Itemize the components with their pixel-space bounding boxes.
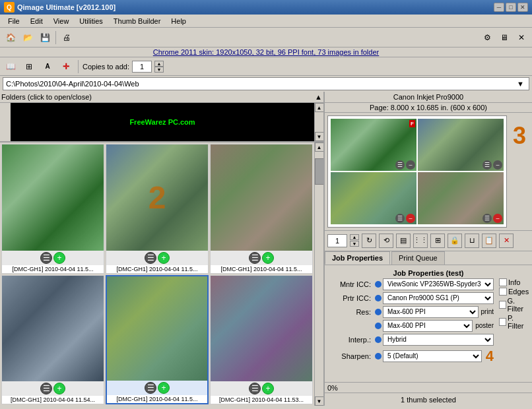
folders-header: Folders (click to open/close) ▲ <box>0 92 323 103</box>
paste-button[interactable]: 📋 <box>482 234 496 248</box>
tab-job-properties[interactable]: Job Properties <box>325 251 390 265</box>
thumb-menu-button[interactable]: ☰ <box>145 382 156 394</box>
preview-badge: ☰ – <box>395 160 415 170</box>
page-down-button[interactable]: ▼ <box>350 241 359 247</box>
flip-button[interactable]: ⟲ <box>379 234 393 248</box>
thumb-add-button[interactable]: + <box>158 252 170 264</box>
main-layout: Folders (click to open/close) ▲ FreeWare… <box>0 92 532 406</box>
table-row[interactable]: ☰ + [DMC-GH1] 2010-04-04 11.53... <box>210 275 313 405</box>
preview-thumb[interactable]: F ☰ – <box>331 119 416 171</box>
delete-button[interactable]: ✕ <box>499 234 514 248</box>
maximize-button[interactable]: □ <box>506 3 516 12</box>
thumb-add-button[interactable]: + <box>158 382 170 394</box>
display-button[interactable]: 🖥 <box>496 30 512 45</box>
page-up-button[interactable]: ▲ <box>350 234 359 240</box>
thumb-menu-button[interactable]: ☰ <box>145 252 156 264</box>
preview-thumb[interactable]: ☰ – <box>418 119 504 171</box>
home-button[interactable]: 🏠 <box>3 30 18 45</box>
gfilter-checkbox[interactable] <box>499 301 506 309</box>
folders-scroll-up[interactable]: ▲ <box>315 93 322 101</box>
thumb-label: [DMC-GH1] 2010-04-04 11.5... <box>107 395 207 403</box>
table-row[interactable]: ☰ + [DMC-GH1] 2010-04-04 11.54... <box>1 275 104 405</box>
info-checkbox[interactable] <box>499 278 507 286</box>
res-poster-select[interactable]: Max-600 PPI <box>383 320 473 332</box>
font-button[interactable]: A <box>40 59 55 74</box>
preview-menu-btn[interactable]: ☰ <box>395 214 405 223</box>
tab-print-queue[interactable]: Print Queue <box>391 251 445 265</box>
preview-thumb[interactable]: ☰ – <box>331 172 416 224</box>
refresh-button[interactable]: ↻ <box>362 234 376 248</box>
res-poster-indicator <box>375 323 382 329</box>
preview-close-btn[interactable]: – <box>493 160 502 170</box>
res-print-select[interactable]: Max-600 PPI <box>383 306 479 318</box>
thumb-menu-button[interactable]: ☰ <box>249 383 261 394</box>
grid-button[interactable]: ⊞ <box>21 59 37 74</box>
thumb-menu-button[interactable]: ☰ <box>40 383 52 394</box>
table-row[interactable]: ☰ + [DMC-GH1] 2010-04-04 11.5... <box>210 144 313 274</box>
thumb-controls: ☰ + <box>143 251 171 265</box>
copies-input[interactable]: 1 <box>132 61 152 73</box>
menu-file[interactable]: File <box>3 16 25 26</box>
save-button[interactable]: 💾 <box>37 30 53 45</box>
minimize-button[interactable]: ─ <box>494 3 504 12</box>
grid2-button[interactable]: ⊞ <box>430 234 445 248</box>
print-button[interactable]: 🖨 <box>59 30 75 45</box>
thumb-scroll-thumb[interactable] <box>315 158 324 185</box>
menu-help[interactable]: Help <box>166 16 191 26</box>
menu-utilities[interactable]: Utilities <box>74 16 108 26</box>
close-right-button[interactable]: ✕ <box>514 30 529 45</box>
path-text: C:\Photos\2010\04-April\2010-04-04\Web <box>6 80 517 88</box>
mntr-icc-row: Mntr ICC: ViewSonic VP2365WB-Spyder3 <box>327 278 494 290</box>
folder-open-button[interactable]: 📂 <box>20 30 36 45</box>
copies-up-button[interactable]: ▲ <box>154 61 164 67</box>
edges-checkbox[interactable] <box>499 288 507 296</box>
preview-menu-btn[interactable]: ☰ <box>395 160 405 170</box>
plus-button[interactable]: ✛ <box>58 59 74 74</box>
preview-badge: ☰ – <box>395 214 415 223</box>
copies-down-button[interactable]: ▼ <box>154 67 164 73</box>
sharpen-select[interactable]: 5 (Default) <box>383 350 482 362</box>
copies-label: Copies to add: <box>83 63 129 71</box>
thumb-menu-button[interactable]: ☰ <box>40 252 52 264</box>
folder-scroll-up[interactable]: ▲ <box>315 103 324 112</box>
prtr-icc-select[interactable]: Canon Pro9000 SG1 (P) <box>383 292 494 304</box>
thumb-scroll-down[interactable]: ▼ <box>315 396 324 406</box>
folder-scroll-down[interactable]: ▼ <box>315 132 324 141</box>
preview-thumb[interactable]: ☰ – <box>418 172 504 224</box>
thumb-add-button[interactable]: + <box>53 383 65 394</box>
preview-remove-btn[interactable]: – <box>493 214 502 223</box>
table-row[interactable]: ☰ + [DMC-GH1] 2010-04-04 11.5... <box>1 144 104 274</box>
pfilter-checkbox[interactable] <box>499 318 506 326</box>
right-panel: Canon Inkjet Pro9000 Page: 8.000 x 10.68… <box>325 92 532 406</box>
lock-button[interactable]: 🔒 <box>448 234 462 248</box>
print-page-num: 1 <box>327 234 347 247</box>
toolbar2: 📖 ⊞ A ✛ Copies to add: 1 ▲ ▼ <box>0 57 532 76</box>
table-row[interactable]: ☰ + [DMC-GH1] 2010-04-04 11.5... <box>106 275 209 405</box>
book-button[interactable]: 📖 <box>3 59 18 74</box>
thumb-add-button[interactable]: + <box>53 252 65 264</box>
preview-remove-btn[interactable]: – <box>406 214 415 223</box>
close-button[interactable]: ✕ <box>517 3 528 12</box>
right-side-panel: 3 <box>510 115 529 228</box>
print2-button[interactable]: ▤ <box>396 234 411 248</box>
preview-menu-btn[interactable]: ☰ <box>482 160 492 170</box>
table-row[interactable]: 2 ☰ + [DMC-GH1] 2010-04-04 11.5... <box>106 144 209 274</box>
preview-close-btn[interactable]: – <box>406 160 415 170</box>
thumb-add-button[interactable]: + <box>262 252 274 264</box>
menu-edit[interactable]: Edit <box>25 16 48 26</box>
mntr-icc-select[interactable]: ViewSonic VP2365WB-Spyder3 <box>383 278 494 290</box>
thumb-menu-button[interactable]: ☰ <box>249 252 261 264</box>
copy2-button[interactable]: ⊔ <box>465 234 479 248</box>
preview-menu-btn[interactable]: ☰ <box>482 214 492 223</box>
thumb-label: [DMC-GH1] 2010-04-04 11.54... <box>2 396 104 404</box>
thumb-add-button[interactable]: + <box>262 383 274 394</box>
interp-select[interactable]: Hybrid <box>383 334 494 346</box>
settings-icon[interactable]: ⚙ <box>479 30 495 45</box>
menu-thumb-builder[interactable]: Thumb Builder <box>108 16 166 26</box>
columns-button[interactable]: ⋮⋮ <box>413 234 428 248</box>
menu-view[interactable]: View <box>48 16 75 26</box>
pfilter-label: P. Filter <box>508 314 529 330</box>
mntr-icc-label: Mntr ICC: <box>327 280 374 288</box>
path-dropdown[interactable]: ▼ <box>517 80 526 88</box>
thumb-scroll-up[interactable]: ▲ <box>315 142 324 152</box>
